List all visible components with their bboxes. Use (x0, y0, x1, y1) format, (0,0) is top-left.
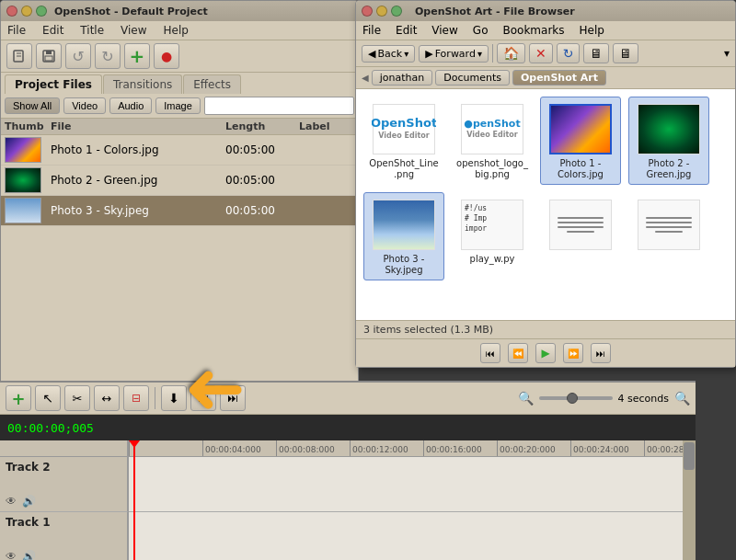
minimize-button[interactable] (21, 6, 32, 17)
menu-view[interactable]: View (118, 23, 149, 38)
fb-item-textfile1[interactable] (540, 192, 621, 280)
forward-arrow-icon: ▶ (425, 48, 432, 60)
filter-audio[interactable]: Audio (109, 97, 152, 114)
textfile1-thumbnail (549, 200, 612, 250)
tab-transitions[interactable]: Transitions (103, 74, 182, 94)
main-toolbar: ↺ ↻ + ● (1, 40, 358, 73)
tab-project-files[interactable]: Project Files (5, 74, 102, 94)
tl-add-button[interactable]: + (6, 385, 31, 411)
fb-step-forward-button[interactable]: ⏩ (563, 343, 583, 363)
track-1-eye-icon[interactable]: 👁 (6, 550, 17, 560)
fb-network-button[interactable]: 🖥 (613, 43, 638, 63)
tl-import-button[interactable]: ⬇ (161, 385, 187, 411)
menu-title[interactable]: Title (77, 23, 107, 38)
fb-item-photo-colors[interactable]: Photo 1 - Colors.jpg (540, 97, 621, 185)
bc-jonathan[interactable]: jonathan (372, 70, 433, 86)
menu-edit[interactable]: Edit (40, 23, 66, 38)
fb-item-openshot-logo[interactable]: ●penShot Video Editor openshot_logo_big.… (452, 97, 533, 185)
tl-snap-button[interactable]: ⊟ (123, 385, 149, 411)
track-1-content[interactable] (129, 512, 696, 560)
col-label: Label (299, 120, 354, 132)
fb-item-openshot-line[interactable]: OpenShot Video Editor OpenShot_Line.png (363, 97, 444, 185)
redo-button[interactable]: ↻ (95, 43, 121, 69)
file-row-3[interactable]: Photo 3 - Sky.jpeg 00:05:00 (1, 196, 358, 226)
file-row-2[interactable]: Photo 2 - Green.jpg 00:05:00 (1, 166, 358, 196)
track-1-mute-icon[interactable]: 🔊 (22, 550, 36, 560)
back-arrow-icon: ◀ (368, 48, 375, 60)
save-button[interactable] (36, 43, 62, 69)
fb-menu-file[interactable]: File (360, 23, 384, 38)
bc-documents[interactable]: Documents (435, 70, 510, 86)
file-row-1[interactable]: Photo 1 - Colors.jpg 00:05:00 (1, 135, 358, 166)
file-length-2: 00:05:00 (225, 174, 299, 187)
fb-skip-end-button[interactable]: ⏭ (591, 343, 611, 363)
close-button[interactable] (6, 6, 17, 17)
timeline-scrollbar-v[interactable] (683, 440, 696, 560)
fb-refresh-button[interactable]: ↻ (557, 43, 581, 63)
track-1-name: Track 1 (6, 516, 121, 529)
tl-start-button[interactable]: ⏮ (190, 385, 216, 411)
fb-menu-edit[interactable]: Edit (393, 23, 420, 38)
menu-help[interactable]: Help (161, 23, 191, 38)
fb-icon-openshot-line: OpenShot Video Editor (372, 101, 436, 156)
fb-play-button[interactable]: ▶ (535, 343, 556, 363)
fb-item-textfile2[interactable] (628, 192, 709, 280)
fb-max-button[interactable] (391, 6, 402, 17)
fb-menu-view[interactable]: View (429, 23, 460, 38)
fb-icon-photo-colors (548, 101, 613, 156)
fb-skip-start-button[interactable]: ⏮ (480, 343, 500, 363)
zoom-in-icon[interactable]: 🔍 (674, 391, 690, 406)
zoom-label: 4 seconds (618, 393, 669, 405)
tl-cut-button[interactable]: ✂ (64, 385, 90, 411)
track-2-label: Track 2 👁 🔊 (0, 457, 129, 512)
track-2-mute-icon[interactable]: 🔊 (22, 495, 36, 508)
file-length-1: 00:05:00 (225, 143, 299, 156)
main-titlebar: OpenShot - Default Project (1, 1, 358, 21)
fb-item-photo-sky[interactable]: Photo 3 - Sky.jpeg (363, 192, 444, 280)
fb-step-back-button[interactable]: ⏪ (508, 343, 528, 363)
filter-video[interactable]: Video (63, 97, 106, 114)
fb-menu-bookmarks[interactable]: Bookmarks (500, 23, 567, 38)
track-2-content[interactable] (129, 457, 696, 512)
timecode-display: 00:00:00;005 (7, 421, 94, 435)
fb-item-python[interactable]: #!/us# Impimpor play_w.py (452, 192, 533, 280)
new-button[interactable] (6, 43, 32, 69)
fb-forward-button[interactable]: ▶ Forward ▾ (419, 45, 489, 63)
fb-close-button[interactable] (362, 6, 373, 17)
track-2-icons: 👁 🔊 (6, 495, 121, 508)
file-table-header: Thumb File Length Label (1, 119, 358, 135)
file-name-3: Photo 3 - Sky.jpeg (51, 204, 225, 217)
zoom-slider[interactable] (539, 396, 613, 400)
fb-item-photo-green[interactable]: Photo 2 - Green.jpg (628, 97, 709, 185)
fb-label-python: play_w.py (470, 254, 515, 265)
fb-computer-button[interactable]: 🖥 (583, 43, 609, 63)
back-label: Back (377, 48, 402, 60)
photo-green-thumbnail (638, 104, 700, 154)
playhead[interactable] (133, 440, 135, 560)
fb-back-button[interactable]: ◀ Back ▾ (362, 45, 415, 63)
add-track-button[interactable]: + (124, 43, 150, 69)
tl-cursor-button[interactable]: ↖ (35, 385, 61, 411)
bc-openshot-art[interactable]: OpenShot Art (512, 70, 606, 86)
undo-button[interactable]: ↺ (65, 43, 91, 69)
filter-show-all[interactable]: Show All (5, 97, 60, 114)
filter-search-input[interactable] (204, 97, 354, 115)
fb-menu-help[interactable]: Help (577, 23, 607, 38)
filter-image[interactable]: Image (155, 97, 201, 114)
fb-min-button[interactable] (376, 6, 387, 17)
fb-menu-go[interactable]: Go (470, 23, 491, 38)
tl-link-button[interactable]: ↔ (94, 385, 120, 411)
tl-end-button[interactable]: ⏭ (220, 385, 246, 411)
record-button[interactable]: ● (154, 43, 179, 69)
tab-effects[interactable]: Effects (183, 74, 241, 94)
forward-dropdown-icon: ▾ (477, 49, 482, 59)
menu-file[interactable]: File (5, 23, 29, 38)
zoom-out-icon[interactable]: 🔍 (518, 391, 534, 406)
fb-stop-button[interactable]: ✕ (529, 43, 553, 63)
fb-home-button[interactable]: 🏠 (497, 43, 525, 63)
track-2-eye-icon[interactable]: 👁 (6, 495, 17, 508)
fb-options-icon[interactable]: ▾ (724, 47, 730, 60)
maximize-button[interactable] (36, 6, 47, 17)
bc-left-arrow[interactable]: ◀ (362, 73, 369, 83)
fb-icon-openshot-logo: ●penShot Video Editor (460, 101, 524, 156)
